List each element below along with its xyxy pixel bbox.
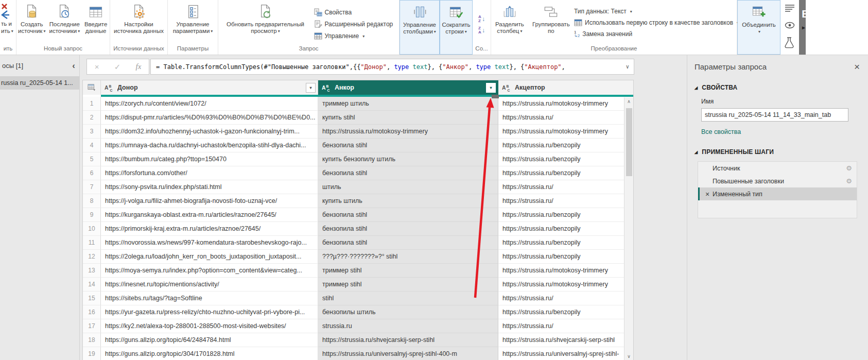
cell-acceptor[interactable]: https://strussia.ru/benzopily: [498, 236, 624, 250]
cell-donor[interactable]: https://disput-pmr.ru/articles/%D0%93%D0…: [101, 111, 318, 125]
manage-query-button[interactable]: Управление ▾: [314, 32, 365, 40]
formula-accept-icon[interactable]: ✓: [114, 62, 121, 72]
split-column-button[interactable]: Разделить столбец▾: [491, 4, 528, 35]
formula-cancel-icon[interactable]: ×: [95, 62, 99, 71]
cell-anchor[interactable]: strussia.ru: [318, 319, 498, 333]
cell-anchor[interactable]: триммер stihl: [318, 264, 498, 278]
column-header-anchor[interactable]: ABC Анкор ▾: [318, 80, 498, 95]
cell-anchor[interactable]: https://strussia.ru/shvejcarskij-serp-st…: [318, 333, 498, 347]
query-properties-button[interactable]: Свойства: [314, 8, 352, 16]
close-panel-icon[interactable]: ×: [854, 63, 860, 71]
cell-acceptor[interactable]: https://strussia.ru/motokosy-trimmery: [498, 278, 624, 292]
cell-donor[interactable]: https://guns.allzip.org/topic/304/170182…: [101, 347, 318, 360]
formula-bar-input[interactable]: = Table.TransformColumnTypes(#"Повышенны…: [150, 59, 634, 75]
cell-donor[interactable]: https://yur-gazeta.ru/press-relizy/chto-…: [101, 305, 318, 319]
cell-acceptor[interactable]: https://strussia.ru/: [498, 194, 624, 208]
cell-acceptor[interactable]: https://strussia.ru/motokosy-trimmery: [498, 97, 624, 111]
filter-dropdown-button-donor[interactable]: ▾: [306, 83, 316, 93]
cell-acceptor[interactable]: https://strussia.ru/: [498, 292, 624, 305]
cell-acceptor[interactable]: https://strussia.ru/shvejcarskij-serp-st…: [498, 333, 624, 347]
cell-donor[interactable]: https://novorossia.ws/news/997-komendatu…: [101, 236, 318, 250]
table-row[interactable]: 7 https://sony-psvita.ru/index.php/stati…: [83, 180, 624, 194]
cell-anchor[interactable]: https://strussia.ru/motokosy-trimmery: [318, 125, 498, 139]
formula-fx-icon[interactable]: fx: [136, 62, 142, 71]
reduce-rows-button[interactable]: Сократить строки▾: [440, 4, 472, 35]
vertical-scrollbar[interactable]: ∧ ∨: [624, 97, 633, 360]
cell-donor[interactable]: https://moya-semya.ru/index.php?option=c…: [101, 264, 318, 278]
scroll-down-button[interactable]: ∨: [627, 352, 631, 360]
cell-anchor[interactable]: купить штиль: [318, 194, 498, 208]
cell-anchor[interactable]: бензопила stihl: [318, 222, 498, 236]
column-header-donor[interactable]: ABC Донор ▾: [101, 80, 318, 95]
table-row[interactable]: 19 https://guns.allzip.org/topic/304/170…: [83, 347, 624, 360]
group-by-button[interactable]: Группировать по: [531, 4, 571, 35]
cell-donor[interactable]: https://guns.allzip.org/topic/64/2484784…: [101, 333, 318, 347]
cell-anchor[interactable]: бензопила stihl: [318, 139, 498, 152]
cell-acceptor[interactable]: https://strussia.ru/: [498, 111, 624, 125]
table-row[interactable]: 1 https://zorych.ru/content/view/1072/ т…: [83, 97, 624, 111]
applied-step[interactable]: × Измененный тип: [698, 187, 857, 200]
cell-donor[interactable]: https://2olega.ru/load/john_kerr_ron_boo…: [101, 250, 318, 264]
table-row[interactable]: 18 https://guns.allzip.org/topic/64/2484…: [83, 333, 624, 347]
refresh-preview-button[interactable]: Обновить предварительный просмотр▾: [221, 4, 310, 35]
cell-acceptor[interactable]: https://strussia.ru/benzopily: [498, 222, 624, 236]
manage-parameters-button[interactable]: Управление параметрами▾: [169, 4, 217, 35]
table-row[interactable]: 10 https://primorskij-kraj.extra-m.ru/ar…: [83, 222, 624, 236]
cell-acceptor[interactable]: https://strussia.ru/benzopily: [498, 250, 624, 264]
collapse-panel-chevron-icon[interactable]: ‹: [72, 63, 75, 69]
table-row[interactable]: 4 https://umnaya-dacha.ru/dachnyi-uchast…: [83, 139, 624, 152]
query-list-item-selected[interactable]: russia ru_2025-05-14 1...: [0, 76, 79, 90]
manage-columns-button[interactable]: Управление столбцами▾: [400, 4, 439, 35]
scrollbar-thumb[interactable]: [626, 108, 632, 176]
cell-acceptor[interactable]: https://strussia.ru/benzopily: [498, 139, 624, 152]
flask-icon[interactable]: [785, 37, 794, 48]
table-row[interactable]: 8 https://j-volga.ru/filiz-ahmet-biograf…: [83, 194, 624, 208]
cell-anchor[interactable]: https://strussia.ru/universalnyj-sprej-s…: [318, 347, 498, 360]
cell-donor[interactable]: https://dom32.info/uhozhennyj-uchastok-i…: [101, 125, 318, 139]
expand-formula-bar-chevron-icon[interactable]: ∨: [626, 63, 629, 70]
applied-step[interactable]: Источник ⚙: [698, 162, 857, 175]
cell-donor[interactable]: https://ky2.net/alexa-top-288001-288500-…: [101, 319, 318, 333]
new-source-button[interactable]: Создать источник▾: [16, 4, 47, 35]
cell-acceptor[interactable]: https://strussia.ru/benzopily: [498, 152, 624, 166]
cell-donor[interactable]: https://primorskij-kraj.extra-m.ru/artic…: [101, 222, 318, 236]
cell-anchor[interactable]: купить бензопилу штиль: [318, 152, 498, 166]
sort-descending-button[interactable]: ZA ↓: [478, 26, 485, 35]
account-avatar[interactable]: E: [794, 3, 817, 25]
scroll-up-button[interactable]: ∧: [627, 97, 631, 106]
step-settings-gear-icon[interactable]: ⚙: [846, 164, 852, 172]
data-source-settings-button[interactable]: Настройки источника данных: [112, 4, 166, 35]
advanced-editor-button[interactable]: Расширенный редактор: [314, 20, 393, 28]
table-row[interactable]: 15 https://sitebs.ru/tags/?tag=Softline …: [83, 292, 624, 305]
cell-acceptor[interactable]: https://strussia.ru/benzopily: [498, 305, 624, 319]
table-row[interactable]: 12 https://2olega.ru/load/john_kerr_ron_…: [83, 250, 624, 264]
cell-donor[interactable]: https://zorych.ru/content/view/1072/: [101, 97, 318, 111]
cell-donor[interactable]: https://forsfortuna.com/other/: [101, 166, 318, 180]
table-row[interactable]: 13 https://moya-semya.ru/index.php?optio…: [83, 264, 624, 278]
cell-anchor[interactable]: stihl: [318, 292, 498, 305]
cell-acceptor[interactable]: https://strussia.ru/: [498, 180, 624, 194]
table-row[interactable]: 17 https://ky2.net/alexa-top-288001-2885…: [83, 319, 624, 333]
cell-acceptor[interactable]: https://strussia.ru/benzopily: [498, 166, 624, 180]
cell-acceptor[interactable]: https://strussia.ru/: [498, 319, 624, 333]
cell-anchor[interactable]: купить stihl: [318, 111, 498, 125]
table-row[interactable]: 11 https://novorossia.ws/news/997-komend…: [83, 236, 624, 250]
cell-acceptor[interactable]: https://strussia.ru/motokosy-trimmery: [498, 125, 624, 139]
enter-data-button[interactable]: Введите данные: [82, 4, 110, 35]
cell-donor[interactable]: https://umnaya-dacha.ru/dachnyi-uchastok…: [101, 139, 318, 152]
select-all-corner-button[interactable]: [83, 80, 101, 95]
cell-anchor[interactable]: штиль: [318, 180, 498, 194]
recent-sources-button[interactable]: Последние источники▾: [48, 4, 81, 35]
sort-ascending-button[interactable]: AZ ↓: [478, 15, 485, 23]
cell-donor[interactable]: https://sony-psvita.ru/index.php/stati.h…: [101, 180, 318, 194]
column-header-acceptor[interactable]: ABC Акцептор: [498, 80, 633, 95]
table-row[interactable]: 5 https://bumbum.ru/categ.php?ttop=15047…: [83, 152, 624, 166]
cell-donor[interactable]: https://bumbum.ru/categ.php?ttop=150470: [101, 152, 318, 166]
applied-steps-section-header[interactable]: ◢ ПРИМЕНЕННЫЕ ШАГИ: [695, 148, 860, 156]
cell-donor[interactable]: https://sitebs.ru/tags/?tag=Softline: [101, 292, 318, 305]
table-row[interactable]: 6 https://forsfortuna.com/other/ бензопи…: [83, 166, 624, 180]
close-and-apply-button[interactable]: ть и ить▾: [1, 4, 14, 35]
applied-step[interactable]: Повышенные заголовки ⚙: [698, 175, 857, 187]
cell-anchor[interactable]: триммер stihl: [318, 278, 498, 292]
table-row[interactable]: 16 https://yur-gazeta.ru/press-relizy/ch…: [83, 305, 624, 319]
